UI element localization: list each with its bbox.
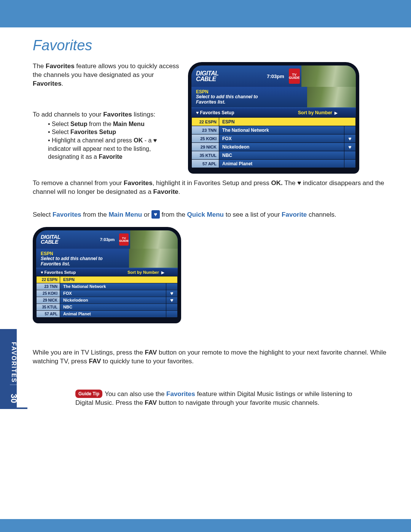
info-channel: ESPN [41,251,127,256]
clock: 7:03pm [264,66,287,87]
channel-row[interactable]: 22 ESPNESPN [37,276,178,283]
tv-guide-logo: TVGUIDE [119,233,129,246]
bullet-1: Select Setup from the Main Menu [48,120,181,128]
bullet-2: Select Favorites Setup [48,128,181,136]
channel-row[interactable]: 29 NICKNickelodeon♥ [192,143,356,151]
channel-number: 22 ESPN [37,276,60,283]
intro-text-column: The Favorites feature allows you to quic… [33,62,181,174]
channel-row[interactable]: 29 NICKNickelodeon♥ [37,297,178,304]
favorite-indicator [344,126,356,134]
channel-name: NBC [219,151,344,160]
favorite-indicator [344,160,356,168]
info-channel: ESPN [196,89,306,94]
tv-frame: DIGITALCABLE 7:03pm TVGUIDE ESPN Select … [188,62,359,174]
tv-frame: DIGITALCABLE 7:03pm TVGUIDE ESPN Select … [33,227,181,323]
channel-number: 57 APL [192,160,219,168]
channel-name: ESPN [60,276,178,283]
channel-name: NBC [60,304,166,310]
info-band: ESPN Select to add this channel to Favor… [36,249,178,268]
channel-number: 35 KTUL [37,304,60,310]
preview-image [130,230,178,249]
channel-number: 25 KOKI [37,290,60,297]
add-instructions: To add channels to your Favorites listin… [33,110,181,161]
channel-name: Nickelodeon [60,297,166,304]
preview-image-lower [129,249,178,268]
heart-icon: ♥ [170,290,173,296]
info-desc1: Select to add this channel to [196,94,306,100]
channel-number: 29 NICK [37,297,60,304]
guide-header: DIGITALCABLE 7:03pm TVGUIDE [191,66,356,87]
channel-tbody-small: 22 ESPNESPN23 TNNThe National Network25 … [37,276,178,317]
manual-page: FAVORITES │ 30 Favorites The Favorites f… [0,0,411,532]
side-tab-separator: │ [10,383,17,388]
channel-number: 23 TNN [37,283,60,290]
heart-icon: ♥ [170,297,173,303]
channel-row[interactable]: 23 TNNThe National Network [37,283,178,290]
channel-name: The National Network [219,126,344,134]
digital-cable-logo: DIGITALCABLE [36,230,97,249]
channel-row[interactable]: 22 ESPNESPN [192,118,356,126]
heart-icon: ♥ [348,136,351,142]
favorite-indicator [344,151,356,160]
screenshot-large: DIGITALCABLE 7:03pm TVGUIDE ESPN Select … [188,62,359,174]
remove-para: To remove a channel from your Favorites,… [33,179,387,197]
sub-sort[interactable]: Sort by Number▶ [294,110,356,115]
sub-left: ♥ Favorites Setup [36,270,124,275]
channel-row[interactable]: 25 KOKIFOX♥ [192,134,356,143]
bullet-3: Highlight a channel and press OK - a ♥ i… [48,136,181,161]
channel-table: 22 ESPNESPN23 TNNThe National Network25 … [36,276,178,318]
intro-para: The Favorites feature allows you to quic… [33,62,181,88]
sub-left: ♥ Favorites Setup [191,110,294,115]
bottom-band [0,519,411,532]
channel-tbody-large: 22 ESPNESPN23 TNNThe National Network25 … [192,118,356,168]
info-desc2: Favorites list. [41,262,127,267]
select-favorites-para: Select Favorites from the Main Menu or f… [33,210,387,219]
channel-name: The National Network [60,283,166,290]
channel-row[interactable]: 35 KTULNBC [37,304,178,310]
channel-row[interactable]: 57 APLAnimal Planet [37,310,178,317]
favorite-indicator [166,310,178,317]
digital-cable-logo: DIGITALCABLE [191,66,264,87]
sub-header: ♥ Favorites Setup Sort by Number▶ [191,107,356,117]
sub-sort[interactable]: Sort by Number▶ [124,270,178,275]
heart-icon: ♥ [348,144,351,150]
channel-table: 22 ESPNESPN23 TNNThe National Network25 … [191,117,356,168]
favorite-indicator: ♥ [166,297,178,304]
favorite-indicator: ♥ [344,134,356,143]
channel-row[interactable]: 35 KTULNBC [192,151,356,160]
info-desc2: Favorites list. [196,100,306,105]
channel-row[interactable]: 57 APLAnimal Planet [192,160,356,168]
favorite-indicator: ♥ [166,290,178,297]
channel-name: FOX [219,134,344,143]
guide-tip-badge: Guide Tip [75,390,102,398]
preview-image [301,66,356,87]
channel-name: Animal Planet [60,310,166,317]
page-title: Favorites [33,37,387,54]
heart-icon: ♥ [153,137,157,144]
preview-image-lower [307,87,356,107]
channel-row[interactable]: 23 TNNThe National Network [192,126,356,134]
top-band [0,0,411,27]
channel-name: Nickelodeon [219,143,344,151]
chevron-right-icon: ▶ [335,111,338,115]
channel-name: FOX [60,290,166,297]
info-band: ESPN Select to add this channel to Favor… [191,87,356,107]
channel-number: 29 NICK [192,143,219,151]
screenshot-small: DIGITALCABLE 7:03pm TVGUIDE ESPN Select … [33,227,181,323]
sub-header: ♥ Favorites Setup Sort by Number▶ [36,268,178,276]
tv-guide-logo: TVGUIDE [289,69,300,84]
quick-menu-heart-icon [151,210,160,219]
fav-button-para: While you are in TV Listings, press the … [33,348,387,366]
favorite-indicator [166,283,178,290]
favorite-indicator [166,304,178,310]
info-desc1: Select to add this channel to [41,256,127,262]
guide-tip-block: Guide TipYou can also use the Favorites … [75,390,365,407]
favorite-indicator: ♥ [344,143,356,151]
side-tab-label: FAVORITES [10,342,17,383]
channel-row[interactable]: 25 KOKIFOX♥ [37,290,178,297]
channel-name: Animal Planet [219,160,344,168]
add-bullets: Select Setup from the Main Menu Select F… [48,120,181,161]
chevron-right-icon: ▶ [161,270,164,275]
channel-number: 35 KTUL [192,151,219,160]
channel-number: 22 ESPN [192,118,219,126]
